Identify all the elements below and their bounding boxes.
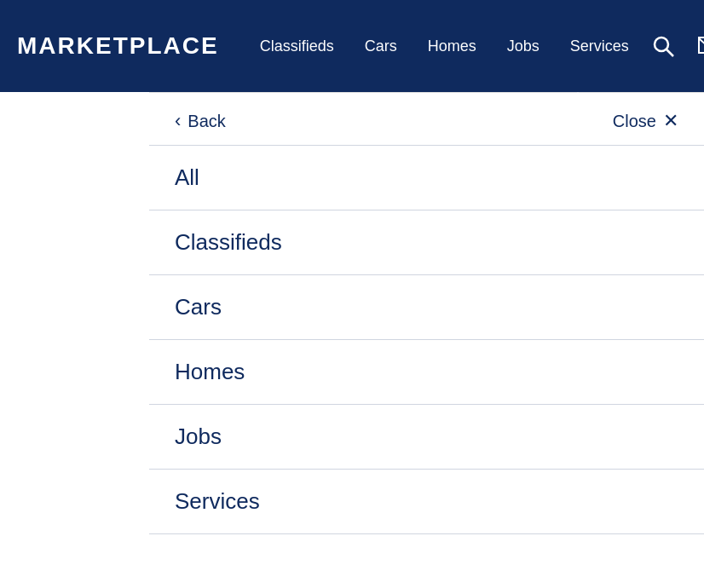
close-label: Close xyxy=(613,112,656,131)
nav-homes[interactable]: Homes xyxy=(413,29,492,64)
dropdown-item-services[interactable]: Services xyxy=(149,470,704,534)
dropdown-item-homes[interactable]: Homes xyxy=(149,340,704,405)
dropdown-panel: ‹ Back Close ✕ All Classifieds Cars Home… xyxy=(149,92,704,534)
nav-classifieds[interactable]: Classifieds xyxy=(245,29,349,64)
back-button[interactable]: ‹ Back xyxy=(175,110,226,132)
main-nav: Classifieds Cars Homes Jobs Services xyxy=(245,29,644,64)
header: MARKETPLACE Classifieds Cars Homes Jobs … xyxy=(0,0,704,92)
left-panel xyxy=(0,92,149,588)
search-button[interactable] xyxy=(644,27,682,65)
back-label: Back xyxy=(188,112,225,131)
nav-cars[interactable]: Cars xyxy=(349,29,413,64)
back-chevron-icon: ‹ xyxy=(175,110,181,132)
svg-line-1 xyxy=(666,49,673,56)
dropdown-header: ‹ Back Close ✕ xyxy=(149,93,704,146)
messages-button[interactable]: 14 xyxy=(690,27,704,65)
dropdown-item-cars[interactable]: Cars xyxy=(149,275,704,340)
brand-logo: MARKETPLACE xyxy=(17,32,219,60)
nav-services[interactable]: Services xyxy=(555,29,644,64)
dropdown-item-classifieds[interactable]: Classifieds xyxy=(149,210,704,275)
header-icons: 14 30 xyxy=(644,27,704,65)
nav-jobs[interactable]: Jobs xyxy=(492,29,555,64)
dropdown-item-all[interactable]: All xyxy=(149,146,704,210)
close-button[interactable]: Close ✕ xyxy=(613,110,678,132)
dropdown-pointer xyxy=(563,92,593,114)
svg-point-0 xyxy=(655,37,668,51)
dropdown-item-jobs[interactable]: Jobs xyxy=(149,405,704,470)
close-icon: ✕ xyxy=(663,110,678,132)
dropdown-list: All Classifieds Cars Homes Jobs Services xyxy=(149,146,704,534)
